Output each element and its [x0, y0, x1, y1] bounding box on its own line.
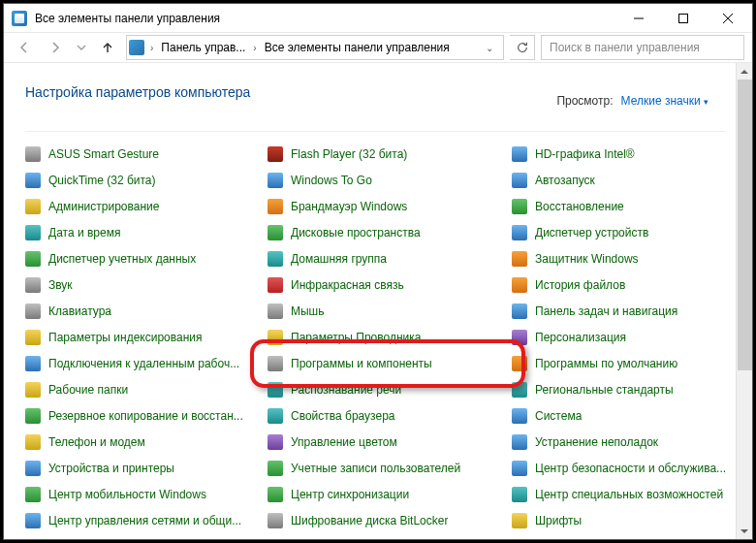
address-bar[interactable]: › Панель управ... › Все элементы панели …: [126, 35, 504, 60]
item-label: Параметры индексирования: [48, 331, 202, 344]
control-panel-item[interactable]: Персонализация: [512, 329, 736, 346]
control-panel-item[interactable]: Центр безопасности и обслужива...: [512, 460, 736, 477]
item-label: Клавиатура: [48, 304, 111, 318]
address-dropdown-button[interactable]: ⌄: [480, 43, 499, 53]
view-mode-link[interactable]: Мелкие значки ▾: [621, 94, 709, 108]
item-icon: [512, 146, 527, 162]
control-panel-item[interactable]: Автозапуск: [512, 172, 736, 189]
control-panel-item[interactable]: Клавиатура: [25, 303, 268, 320]
item-label: Телефон и модем: [48, 435, 145, 449]
item-icon: [25, 330, 41, 345]
control-panel-item[interactable]: Звук: [25, 276, 268, 294]
maximize-icon: [678, 14, 688, 23]
item-icon: [25, 408, 41, 424]
refresh-button[interactable]: [510, 35, 535, 60]
control-panel-item[interactable]: Дисковые пространства: [268, 224, 512, 241]
control-panel-item[interactable]: Параметры Проводника: [268, 329, 512, 346]
maximize-button[interactable]: [661, 4, 706, 33]
content-area: Настройка параметров компьютера Просмотр…: [4, 63, 752, 539]
control-panel-item[interactable]: Программы по умолчанию: [512, 355, 736, 372]
nav-forward-button[interactable]: [43, 35, 68, 60]
control-panel-item[interactable]: Учетные записи пользователей: [268, 460, 512, 477]
scroll-thumb[interactable]: [738, 80, 752, 370]
item-label: Диспетчер устройств: [535, 226, 648, 240]
item-label: Диспетчер учетных данных: [48, 252, 196, 266]
control-panel-item[interactable]: Центр мобильности Windows: [25, 486, 268, 503]
control-panel-item[interactable]: ASUS Smart Gesture: [25, 145, 268, 163]
title-bar: Все элементы панели управления: [4, 4, 752, 33]
item-icon: [268, 356, 283, 371]
control-panel-item[interactable]: HD-графика Intel®: [512, 145, 736, 163]
item-label: Дата и время: [48, 226, 120, 240]
control-panel-item[interactable]: Телефон и модем: [25, 433, 268, 451]
item-icon: [268, 173, 283, 188]
control-panel-item[interactable]: Программы и компоненты: [268, 355, 512, 372]
item-label: Шифрование диска BitLocker: [291, 514, 448, 527]
item-icon: [268, 408, 283, 424]
control-panel-item[interactable]: Центр специальных возможностей: [512, 486, 736, 503]
control-panel-item[interactable]: Параметры индексирования: [25, 329, 268, 346]
item-label: Региональные стандарты: [535, 383, 674, 397]
control-panel-item[interactable]: Свойства браузера: [268, 407, 512, 425]
control-panel-item[interactable]: Панель задач и навигация: [512, 303, 736, 320]
control-panel-item[interactable]: Защитник Windows: [512, 250, 736, 268]
control-panel-item[interactable]: История файлов: [512, 276, 736, 294]
control-panel-item[interactable]: Восстановление: [512, 198, 736, 215]
control-panel-item[interactable]: Система: [512, 407, 736, 425]
breadcrumb-1[interactable]: Панель управ...: [159, 41, 247, 54]
control-panel-item[interactable]: Дата и время: [25, 224, 268, 241]
item-icon: [268, 487, 283, 502]
control-panel-item[interactable]: Шрифты: [512, 512, 736, 529]
nav-history-button[interactable]: [74, 35, 89, 60]
breadcrumb-2[interactable]: Все элементы панели управления: [263, 41, 452, 54]
control-panel-item[interactable]: Центр синхронизации: [268, 486, 512, 503]
control-panel-item[interactable]: Рабочие папки: [25, 381, 268, 399]
control-panel-item[interactable]: Мышь: [268, 303, 512, 320]
item-icon: [268, 461, 283, 476]
item-icon: [25, 225, 41, 240]
nav-up-button[interactable]: [95, 35, 120, 60]
item-icon: [512, 461, 527, 476]
item-icon: [25, 146, 41, 162]
control-panel-item[interactable]: Администрирование: [25, 198, 268, 215]
item-icon: [25, 173, 41, 188]
control-panel-item[interactable]: Windows To Go: [268, 172, 512, 189]
view-mode: Просмотр: Мелкие значки ▾: [556, 94, 709, 108]
item-icon: [512, 251, 527, 267]
search-box[interactable]: [541, 35, 744, 60]
control-panel-item[interactable]: Инфракрасная связь: [268, 276, 512, 294]
control-panel-item[interactable]: Региональные стандарты: [512, 381, 736, 399]
item-label: Мышь: [291, 304, 325, 318]
control-panel-item[interactable]: Резервное копирование и восстан...: [25, 407, 268, 425]
control-panel-item[interactable]: Flash Player (32 бита): [268, 145, 512, 163]
nav-back-button[interactable]: [12, 35, 37, 60]
control-panel-item[interactable]: Диспетчер устройств: [512, 224, 736, 241]
app-icon: [12, 11, 27, 26]
scroll-up-button[interactable]: [737, 63, 752, 80]
search-input[interactable]: [548, 40, 738, 55]
control-panel-item[interactable]: Домашняя группа: [268, 250, 512, 268]
control-panel-item[interactable]: Центр управления сетями и общи...: [25, 512, 268, 529]
item-label: Шрифты: [535, 514, 582, 527]
scroll-down-button[interactable]: [737, 523, 752, 539]
svg-rect-1: [679, 14, 688, 22]
control-panel-item[interactable]: Распознавание речи: [268, 381, 512, 399]
item-label: QuickTime (32 бита): [48, 174, 156, 187]
control-panel-item[interactable]: Устройства и принтеры: [25, 460, 268, 477]
item-label: Дисковые пространства: [291, 226, 421, 240]
control-panel-item[interactable]: QuickTime (32 бита): [25, 172, 268, 189]
item-icon: [268, 146, 283, 162]
item-label: HD-графика Intel®: [535, 147, 635, 161]
minimize-button[interactable]: [616, 4, 661, 33]
item-label: Подключения к удаленным рабоч...: [48, 357, 239, 370]
control-panel-item[interactable]: Шифрование диска BitLocker: [268, 512, 512, 529]
control-panel-item[interactable]: Подключения к удаленным рабоч...: [25, 355, 268, 372]
control-panel-item[interactable]: Управление цветом: [268, 433, 512, 451]
vertical-scrollbar[interactable]: [736, 63, 752, 539]
control-panel-item[interactable]: Диспетчер учетных данных: [25, 250, 268, 268]
control-panel-item[interactable]: Устранение неполадок: [512, 433, 736, 451]
control-panel-item[interactable]: Брандмауэр Windows: [268, 198, 512, 215]
control-panel-icon: [129, 40, 144, 55]
close-button[interactable]: [706, 4, 750, 33]
item-icon: [25, 513, 41, 528]
